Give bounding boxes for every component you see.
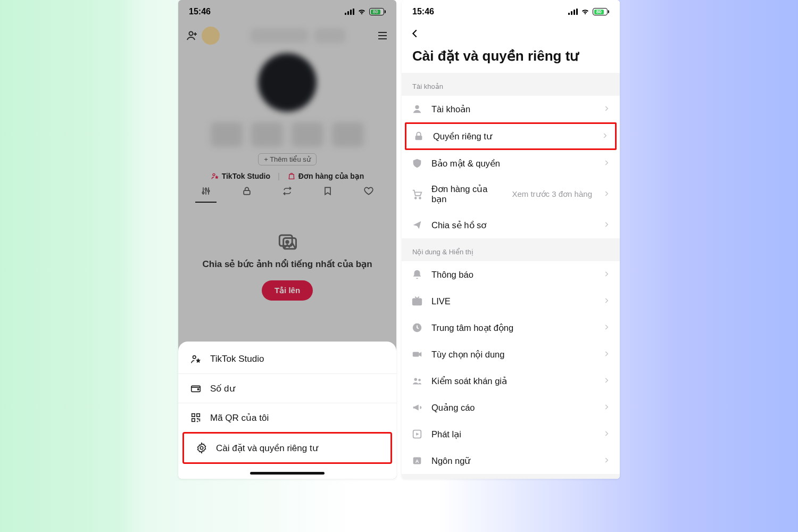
tab-private[interactable] <box>236 186 257 203</box>
row-ads[interactable]: Quảng cáo <box>402 394 620 421</box>
sheet-item-settings[interactable]: Cài đặt và quyền riêng tư <box>184 434 390 462</box>
megaphone-icon <box>411 402 423 413</box>
phone-profile: 15:46 80 <box>178 0 396 479</box>
row-label: Phát lại <box>431 429 594 439</box>
svg-point-11 <box>197 389 198 390</box>
row-playback[interactable]: Phát lại <box>402 421 620 447</box>
svg-rect-14 <box>192 419 195 422</box>
sheet-item-qr[interactable]: Mã QR của tôi <box>178 403 396 432</box>
tiktok-studio-label: TikTok Studio <box>222 172 270 180</box>
upload-button[interactable]: Tải lên <box>262 280 313 301</box>
chevron-right-icon <box>603 350 610 358</box>
svg-rect-20 <box>413 298 422 305</box>
status-icons: 80 <box>345 7 386 16</box>
repost-icon <box>282 186 293 196</box>
wallet-icon <box>190 383 202 394</box>
orders-label: Đơn hàng của bạn <box>298 172 364 180</box>
add-friend-icon[interactable] <box>186 29 198 42</box>
tv-icon <box>411 295 423 307</box>
home-indicator[interactable] <box>250 472 325 475</box>
tab-liked[interactable] <box>358 186 379 203</box>
phone-settings: 15:46 80 Cài đặt và quyền riêng tư Tài k… <box>402 0 620 479</box>
row-label: Ngôn ngữ <box>431 456 594 466</box>
orders-link[interactable]: Đơn hàng của bạn <box>287 172 364 180</box>
lock-icon <box>242 186 252 196</box>
language-icon: A <box>411 455 423 467</box>
sheet-item-label: Số dư <box>210 383 235 394</box>
svg-point-23 <box>414 378 418 381</box>
stats-row <box>211 122 364 147</box>
chevron-right-icon <box>603 323 610 331</box>
stat-blur <box>292 122 323 147</box>
page-title: Cài đặt và quyền riêng tư <box>402 46 620 73</box>
back-icon[interactable] <box>409 28 421 39</box>
sheet-item-balance[interactable]: Số dư <box>178 373 396 403</box>
row-audience[interactable]: Kiểm soát khán giả <box>402 368 620 394</box>
blurred-chip <box>314 28 346 43</box>
row-live[interactable]: LIVE <box>402 288 620 314</box>
battery-icon: 80 <box>369 8 386 15</box>
person-star-icon <box>190 353 202 365</box>
chevron-right-icon <box>603 105 610 112</box>
stat-blur <box>211 122 243 147</box>
cart-icon <box>411 188 423 200</box>
section-account-label: Tài khoản <box>402 73 620 96</box>
chevron-right-icon <box>603 270 610 278</box>
avatar-small[interactable] <box>202 27 220 45</box>
row-orders[interactable]: Đơn hàng của bạn Xem trước 3 đơn hàng <box>402 177 620 212</box>
row-label: Bảo mật & quyền <box>431 159 594 169</box>
clock-icon <box>411 322 423 334</box>
svg-point-2 <box>203 192 204 194</box>
row-notifications[interactable]: Thông báo <box>402 261 620 288</box>
row-label: Tài khoản <box>431 104 594 114</box>
menu-icon[interactable] <box>376 29 389 42</box>
svg-point-19 <box>419 197 421 199</box>
svg-point-0 <box>189 32 193 36</box>
tiktok-studio-link[interactable]: TikTok Studio <box>211 172 270 180</box>
svg-point-18 <box>415 197 417 199</box>
svg-point-24 <box>418 379 421 381</box>
tab-feed[interactable] <box>195 186 217 203</box>
battery-icon: 80 <box>593 8 609 15</box>
blurred-name <box>250 28 309 43</box>
people-icon <box>411 375 423 387</box>
chevron-right-icon <box>601 132 609 139</box>
row-security[interactable]: Bảo mật & quyền <box>402 150 620 177</box>
avatar-large[interactable] <box>258 53 317 112</box>
svg-rect-17 <box>415 136 422 140</box>
row-label: Tùy chọn nội dung <box>431 350 594 360</box>
row-activity[interactable]: Trung tâm hoạt động <box>402 314 620 341</box>
chevron-right-icon <box>603 159 610 167</box>
share-icon <box>411 219 423 231</box>
row-label: Quyền riêng tư <box>433 131 593 142</box>
row-share-profile[interactable]: Chia sẻ hồ sơ <box>402 212 620 238</box>
add-bio-chip[interactable]: + Thêm tiểu sử <box>258 153 317 165</box>
sheet-item-tiktok-studio[interactable]: TikTok Studio <box>178 345 396 373</box>
lock-icon <box>413 130 425 142</box>
person-star-icon <box>211 172 219 180</box>
sliders-icon <box>201 186 211 196</box>
chevron-right-icon <box>603 456 610 464</box>
status-time: 15:46 <box>189 7 211 16</box>
row-label: Thông báo <box>431 270 594 280</box>
stat-blur <box>251 122 283 147</box>
status-time: 15:46 <box>412 7 434 16</box>
row-label: LIVE <box>431 296 594 306</box>
signal-icon <box>568 9 578 15</box>
qr-icon <box>190 412 202 423</box>
row-content-pref[interactable]: Tùy chọn nội dung <box>402 341 620 368</box>
row-label: Chia sẻ hồ sơ <box>431 220 594 230</box>
svg-point-16 <box>415 105 419 109</box>
tab-saved[interactable] <box>317 186 338 203</box>
heart-icon <box>363 186 374 196</box>
section-content-label: Nội dung & Hiển thị <box>402 238 620 261</box>
row-language[interactable]: A Ngôn ngữ <box>402 447 620 474</box>
svg-rect-5 <box>244 190 250 195</box>
row-privacy[interactable]: Quyền riêng tư <box>405 122 617 150</box>
bookmark-icon <box>322 186 333 196</box>
sheet-item-label: Cài đặt và quyền riêng tư <box>216 443 318 454</box>
tab-repost[interactable] <box>277 186 298 203</box>
row-account[interactable]: Tài khoản <box>402 96 620 122</box>
sheet-item-label: TikTok Studio <box>210 354 264 364</box>
person-icon <box>411 103 423 115</box>
